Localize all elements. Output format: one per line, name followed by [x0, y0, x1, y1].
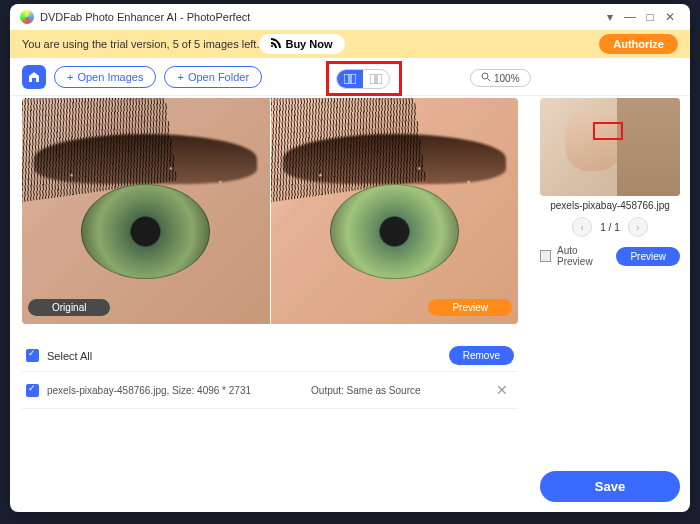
open-images-label: Open Images [77, 71, 143, 83]
zoom-button[interactable]: 100% [470, 69, 531, 87]
auto-preview-row: Auto Preview Preview [540, 245, 680, 267]
file-output: Output: Same as Source [311, 385, 421, 396]
magnifier-icon [481, 72, 491, 84]
file-name-size: pexels-pixabay-458766.jpg, Size: 4096 * … [47, 385, 251, 396]
svg-rect-2 [370, 74, 375, 84]
rss-icon [271, 38, 281, 50]
app-logo-icon [20, 10, 34, 24]
auto-preview-checkbox[interactable] [540, 250, 551, 262]
buy-now-label: Buy Now [285, 38, 332, 50]
split-view-button[interactable] [337, 70, 363, 88]
title-bar: DVDFab Photo Enhancer AI - PhotoPerfect … [10, 4, 690, 30]
trial-message: You are using the trial version, 5 of 5 … [22, 38, 259, 50]
remove-button[interactable]: Remove [449, 346, 514, 365]
svg-rect-0 [344, 74, 349, 84]
dropdown-icon[interactable]: ▾ [600, 7, 620, 27]
preview-badge: Preview [428, 299, 512, 316]
remove-file-icon[interactable]: ✕ [490, 382, 514, 398]
preview-area[interactable]: Original Preview [22, 98, 518, 324]
file-list-area: Select All Remove pexels-pixabay-458766.… [22, 340, 518, 409]
view-mode-toggle[interactable] [336, 69, 390, 89]
original-image [22, 98, 270, 324]
home-button[interactable] [22, 65, 46, 89]
app-title: DVDFab Photo Enhancer AI - PhotoPerfect [40, 11, 250, 23]
file-checkbox[interactable] [26, 384, 39, 397]
trial-banner: You are using the trial version, 5 of 5 … [10, 30, 690, 58]
plus-icon: + [177, 71, 183, 83]
original-badge: Original [28, 299, 110, 316]
next-page-button[interactable]: › [628, 217, 648, 237]
svg-point-4 [482, 73, 488, 79]
sidebar: pexels-pixabay-458766.jpg ‹ 1 / 1 › Auto… [530, 96, 690, 512]
thumbnail[interactable] [540, 98, 680, 196]
preview-button[interactable]: Preview [616, 247, 680, 266]
select-all-checkbox[interactable] [26, 349, 39, 362]
body-area: Original Preview Select All Remove pexel… [10, 96, 690, 512]
prev-page-button[interactable]: ‹ [572, 217, 592, 237]
plus-icon: + [67, 71, 73, 83]
file-row[interactable]: pexels-pixabay-458766.jpg, Size: 4096 * … [22, 371, 518, 409]
minimize-button[interactable]: — [620, 7, 640, 27]
auto-preview-label: Auto Preview [557, 245, 610, 267]
close-button[interactable]: ✕ [660, 7, 680, 27]
buy-now-button[interactable]: Buy Now [259, 34, 344, 54]
open-folder-label: Open Folder [188, 71, 249, 83]
single-view-button[interactable] [363, 70, 389, 88]
select-all-label: Select All [47, 350, 92, 362]
svg-rect-3 [377, 74, 382, 84]
thumbnail-filename: pexels-pixabay-458766.jpg [540, 196, 680, 215]
maximize-button[interactable]: □ [640, 7, 660, 27]
open-folder-button[interactable]: + Open Folder [164, 66, 262, 88]
svg-rect-1 [351, 74, 356, 84]
save-button[interactable]: Save [540, 471, 680, 502]
page-indicator: 1 / 1 [600, 222, 619, 233]
viewport-indicator[interactable] [593, 122, 623, 140]
main-panel: Original Preview Select All Remove pexel… [10, 96, 530, 512]
open-images-button[interactable]: + Open Images [54, 66, 156, 88]
authorize-button[interactable]: Authorize [599, 34, 678, 54]
svg-line-5 [488, 79, 491, 82]
pager: ‹ 1 / 1 › [540, 217, 680, 237]
select-all-row: Select All Remove [22, 340, 518, 371]
zoom-label: 100% [494, 73, 520, 84]
enhanced-image [271, 98, 519, 324]
app-window: DVDFab Photo Enhancer AI - PhotoPerfect … [10, 4, 690, 512]
